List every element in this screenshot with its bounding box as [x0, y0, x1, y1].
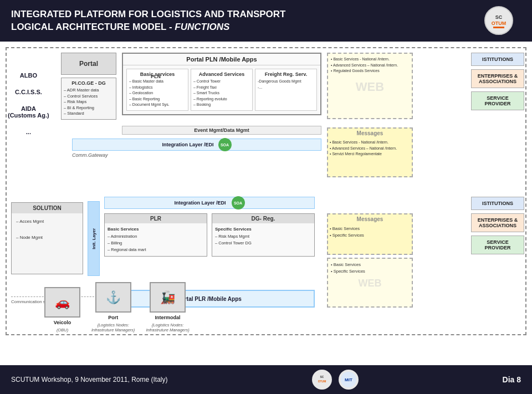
icon-port: ⚓ Port {Logistics Nodes:Infrastruture Ma… — [91, 282, 135, 332]
enterprises-label-top: ENTERPRISES &ASSOCIATIONS — [471, 69, 524, 88]
messages-box-top: Messages • Basic Services - National /In… — [327, 127, 413, 177]
main-diagram: ALBO C.C.I.S.S. AIDA(Customs Ag.) ... Po… — [0, 42, 532, 369]
intermodal-image: 🚂 — [150, 282, 186, 313]
picoge-content: – ADR Master data – Control Services – R… — [64, 88, 114, 117]
icon-intermodal: 🚂 Intermodal {Logistics Nodes:Infrastrut… — [146, 282, 189, 332]
dg-reg-box: DG- Reg. Specific Services – Risk Maps M… — [212, 213, 315, 257]
portal-pln-content: PLN Basic services – Basic Master data –… — [123, 65, 320, 114]
plr-box: PLR Basic Services – Administration – Bi… — [104, 213, 207, 257]
header-title: INTEGRATED PLATFORM FOR LOGISTICS AND TR… — [11, 8, 286, 33]
label-dots: ... — [8, 129, 49, 135]
init-layer-bar: Init. Layer — [88, 201, 100, 276]
istitutions-label-top: ISTITUTIONS — [471, 53, 524, 66]
advanced-services-column: Advanced Services – Control Tower – Frei… — [191, 69, 253, 111]
label-albo: ALBO — [8, 72, 49, 79]
enterprises-label-bottom: ENTERPRISES &ASSOCIATIONS — [471, 213, 524, 232]
istitutions-label-bottom: ISTITUTIONS — [471, 197, 524, 210]
scutum-logo: SC OTUM — [477, 6, 521, 36]
integration-layer-bottom: Integration Layer /EDI SOA — [104, 197, 315, 209]
plr-dg-container: PLR Basic Services – Administration – Bi… — [104, 213, 315, 257]
web-box-bottom: • Basic Services • Specific Services WEB — [327, 258, 413, 308]
footer-logo-1: SC OTUM — [312, 370, 332, 390]
freight-reg-column: Freight Reg. Serv. -Dangerous Goods Mgmt… — [255, 69, 317, 111]
footer-page: Dia 8 — [503, 375, 521, 384]
veicolo-image: 🚗 — [44, 287, 80, 318]
svg-text:SC: SC — [320, 375, 324, 378]
svg-text:MIT: MIT — [345, 377, 352, 382]
service-provider-label-top: SERVICE PROVIDER — [471, 91, 524, 110]
portal-pln-box: Portal PLN /Mobile Apps PLN Basic servic… — [122, 53, 321, 115]
port-label: Port — [108, 315, 118, 320]
footer: SCUTUM Workshop, 9 November 2011, Rome (… — [0, 365, 532, 394]
label-aida: AIDA(Customs Ag.) — [8, 105, 49, 119]
svg-text:SC: SC — [495, 14, 503, 20]
messages-box-bottom: Messages • Basic Services • Specific Ser… — [327, 213, 413, 255]
bottom-icons: 🚗 Veicolo (OBU) ⚓ Port {Logistics Nodes:… — [44, 282, 190, 332]
port-sublabel: {Logistics Nodes:Infrastruture Managers} — [91, 323, 135, 332]
right-labels-bottom: ISTITUTIONS ENTERPRISES &ASSOCIATIONS SE… — [471, 197, 524, 254]
footer-logos: SC OTUM MIT — [312, 370, 359, 390]
portal-box: Portal — [61, 53, 116, 75]
service-provider-label-bottom: SERVICE PROVIDER — [471, 236, 524, 254]
svg-text:OTUM: OTUM — [492, 21, 507, 26]
right-labels-top: ISTITUTIONS ENTERPRISES &ASSOCIATIONS SE… — [471, 53, 524, 110]
solution-box: SOLUTION – Acces Mgmt – Node Mgmt — [11, 202, 83, 274]
icon-veicolo: 🚗 Veicolo (OBU) — [44, 287, 80, 332]
label-cciss: C.C.I.S.S. — [8, 89, 49, 95]
footer-logo-2: MIT — [339, 370, 359, 390]
header: INTEGRATED PLATFORM FOR LOGISTICS AND TR… — [0, 0, 532, 42]
port-image: ⚓ — [95, 282, 131, 313]
footer-text: SCUTUM Workshop, 9 November 2011, Rome (… — [11, 376, 168, 383]
svg-text:OTUM: OTUM — [318, 380, 326, 383]
web-box-top: • Basic Services - National /Intern. • A… — [327, 53, 413, 119]
comm-gateway-label: Comm.Gateway — [72, 152, 108, 158]
veicolo-sublabel: (OBU) — [57, 328, 68, 332]
picoge-box: PI.CO.GE - DG – ADR Master data – Contro… — [61, 78, 116, 120]
soa-badge-top: SOA — [218, 138, 232, 151]
intermodal-sublabel: {Logistics Nodes:Infrastruture Managers} — [146, 323, 189, 332]
integration-layer-top: Integration Layer /EDI SOA — [72, 139, 321, 151]
left-labels: ALBO C.C.I.S.S. AIDA(Customs Ag.) ... — [8, 72, 49, 135]
soa-badge-bottom: SOA — [232, 196, 245, 209]
event-mgmt-label: Event Mgmt/Data Mgmt — [122, 126, 321, 135]
svg-rect-3 — [493, 27, 504, 28]
intermodal-label: Intermodal — [155, 315, 181, 320]
veicolo-label: Veicolo — [54, 320, 71, 325]
web-top-content: • Basic Services - National /Intern. • A… — [328, 54, 412, 77]
